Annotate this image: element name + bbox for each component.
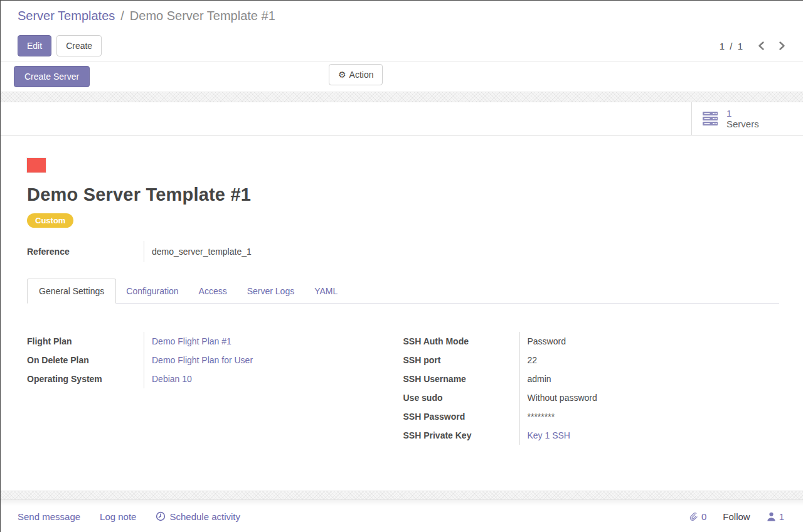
field-label: SSH Password: [403, 407, 519, 426]
send-message-button[interactable]: Send message: [18, 511, 80, 522]
field-label: SSH Auth Mode: [403, 332, 519, 351]
field-label: SSH port: [403, 351, 519, 370]
tab-yaml[interactable]: YAML: [304, 279, 348, 303]
create-server-button[interactable]: Create Server: [14, 66, 90, 87]
control-panel: Server Templates / Demo Server Template …: [1, 1, 803, 92]
record-title: Demo Server Template #1: [27, 184, 779, 205]
create-button[interactable]: Create: [56, 35, 102, 56]
schedule-activity-label: Schedule activity: [169, 511, 240, 522]
field-label: Operating System: [27, 370, 144, 388]
chevron-left-icon: [758, 41, 765, 51]
field-row-flight-plan: Flight Plan Demo Flight Plan #1: [27, 332, 403, 351]
field-label: Use sudo: [403, 388, 519, 407]
attachments-count: 0: [701, 511, 706, 522]
stat-button-row: 1 Servers: [1, 102, 803, 136]
field-row-ssh-username: SSH Username admin: [403, 370, 780, 388]
pager-previous-button[interactable]: [758, 41, 765, 51]
action-button[interactable]: ⚙Action: [329, 64, 383, 85]
field-column-left: Flight Plan Demo Flight Plan #1 On Delet…: [27, 332, 403, 445]
ssh-password-value: ********: [519, 407, 555, 426]
chatter-bar: Send message Log note Schedule activity …: [1, 500, 803, 532]
edit-button[interactable]: Edit: [18, 35, 51, 56]
background-strip: [1, 92, 803, 102]
sheet-body: Demo Server Template #1 Custom Reference…: [1, 136, 803, 445]
chevron-right-icon: [779, 41, 785, 51]
servers-label: Servers: [726, 119, 759, 129]
on-delete-plan-link[interactable]: Demo Flight Plan for User: [152, 355, 253, 365]
chatter-actions: Send message Log note Schedule activity: [18, 511, 240, 522]
custom-badge: Custom: [27, 213, 73, 228]
breadcrumb-parent-link[interactable]: Server Templates: [18, 9, 115, 23]
field-row-ssh-auth-mode: SSH Auth Mode Password: [403, 332, 780, 351]
servers-icon: [702, 111, 720, 126]
ssh-port-value: 22: [519, 351, 538, 370]
use-sudo-value: Without password: [519, 388, 597, 407]
person-icon: [767, 512, 776, 521]
followers-count: 1: [779, 511, 784, 522]
log-note-button[interactable]: Log note: [100, 511, 136, 522]
field-row-operating-system: Operating System Debian 10: [27, 370, 403, 388]
attachments-button[interactable]: 0: [688, 511, 706, 522]
field-row-ssh-private-key: SSH Private Key Key 1 SSH: [403, 426, 780, 445]
ssh-username-value: admin: [519, 370, 551, 388]
paperclip-icon: [688, 511, 699, 522]
breadcrumb-separator: /: [120, 9, 124, 23]
field-label: SSH Username: [403, 370, 519, 388]
breadcrumb-current: Demo Server Template #1: [130, 9, 275, 23]
tab-access[interactable]: Access: [189, 279, 237, 303]
chatter-meta: 0 Follow 1: [688, 511, 784, 522]
operating-system-link[interactable]: Debian 10: [152, 374, 192, 384]
schedule-activity-button[interactable]: Schedule activity: [156, 511, 240, 522]
pager-next-button[interactable]: [779, 41, 785, 51]
field-row-ssh-port: SSH port 22: [403, 351, 780, 370]
field-row-ssh-password: SSH Password ********: [403, 407, 780, 426]
reference-value: demo_server_template_1: [144, 241, 252, 262]
header-action-bar: Create Server: [1, 61, 803, 92]
reference-label: Reference: [27, 241, 144, 262]
tab-server-logs[interactable]: Server Logs: [237, 279, 304, 303]
field-label: Flight Plan: [27, 332, 144, 351]
field-label: SSH Private Key: [403, 426, 519, 445]
clock-icon: [156, 511, 166, 521]
pager: 1 / 1: [720, 31, 785, 61]
toolbar: Edit Create ⚙Action 1 / 1: [1, 31, 803, 61]
pager-value: 1 / 1: [720, 41, 744, 51]
form-sheet: 1 Servers Demo Server Template #1 Custom…: [1, 102, 803, 491]
field-row-on-delete-plan: On Delete Plan Demo Flight Plan for User: [27, 351, 403, 370]
field-column-right: SSH Auth Mode Password SSH port 22 SSH U…: [403, 332, 780, 445]
field-grid: Flight Plan Demo Flight Plan #1 On Delet…: [27, 332, 779, 445]
tab-general-settings[interactable]: General Settings: [27, 279, 116, 304]
ssh-private-key-link[interactable]: Key 1 SSH: [528, 430, 570, 440]
follow-button[interactable]: Follow: [723, 511, 750, 522]
flight-plan-link[interactable]: Demo Flight Plan #1: [152, 336, 231, 346]
notebook-tabs: General Settings Configuration Access Se…: [27, 279, 779, 304]
background-strip: [1, 491, 803, 500]
followers-button[interactable]: 1: [767, 511, 784, 522]
servers-count: 1: [726, 108, 759, 119]
servers-stat-button[interactable]: 1 Servers: [691, 102, 803, 135]
ssh-auth-mode-value: Password: [519, 332, 566, 351]
reference-field-row: Reference demo_server_template_1: [27, 241, 779, 262]
record-image[interactable]: [27, 158, 46, 173]
gear-icon: ⚙: [338, 70, 346, 80]
action-button-label: Action: [349, 70, 374, 80]
breadcrumb: Server Templates / Demo Server Template …: [1, 1, 803, 31]
field-row-use-sudo: Use sudo Without password: [403, 388, 780, 407]
tab-configuration[interactable]: Configuration: [116, 279, 188, 303]
field-label: On Delete Plan: [27, 351, 144, 370]
